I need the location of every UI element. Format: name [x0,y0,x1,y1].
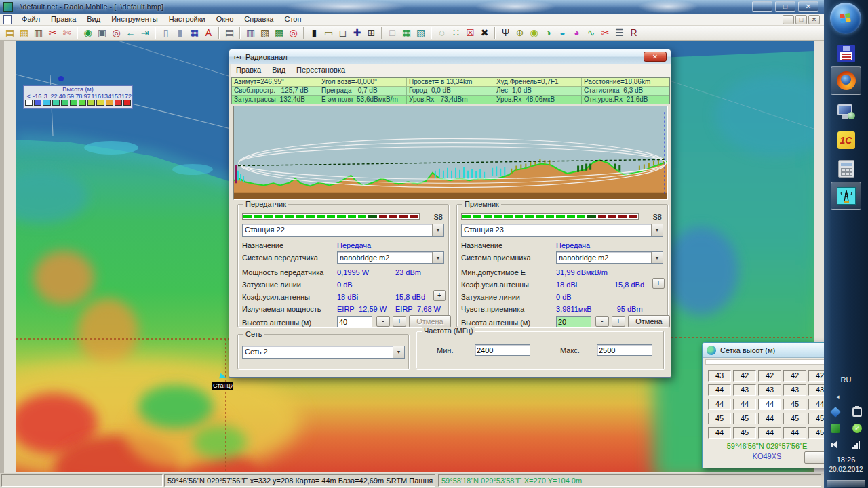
taskbar-item-1c[interactable]: 1С [831,126,861,155]
toolbar-coverage-area-icon[interactable]: ◉ [527,26,541,39]
toolbar-print-icon[interactable]: ▤ [222,26,237,39]
toolbar-edit-picture-icon[interactable]: ▩ [272,26,286,39]
volume-icon[interactable] [831,440,840,449]
toolbar-save-picture-icon[interactable]: ▦ [187,26,201,39]
close-button[interactable]: ✕ [798,1,818,12]
toolbar-close-x-icon[interactable]: ✖ [477,26,492,39]
clipboard-tray-icon[interactable] [852,407,862,417]
taskbar-item-calculator[interactable] [831,155,861,183]
toolbar-find-unit-icon[interactable]: ◎ [109,26,123,39]
tx-antenna-height-input[interactable] [337,316,372,327]
toolbar-delete-unit-icon[interactable]: ✄ [60,26,74,39]
title-bar[interactable]: ..\default.net - Radio Mobile - [..\defa… [0,0,824,14]
toolbar-rsce-tool-icon[interactable]: R [627,26,641,39]
mdi-restore-button[interactable]: □ [795,15,807,24]
rx-height-plus-button[interactable]: + [612,316,625,327]
dialog-close-button[interactable]: ✕ [644,52,667,62]
menu-item-5[interactable]: Настройки [163,14,211,26]
dialog-menu-item-1[interactable]: Правка [231,64,267,77]
toolbar-copy-icon[interactable]: ▥ [243,26,258,39]
menu-item-8[interactable]: Стоп [279,14,307,26]
taskbar-item-remote-desktop[interactable] [831,98,861,126]
tx-cancel-button[interactable]: Отмена [409,315,451,327]
toolbar-visual-coverage-icon[interactable]: ◕ [570,26,584,39]
toolbar-new-network-icon[interactable]: ▤ [3,26,17,39]
toolbar-fit-window-icon[interactable]: ⊞ [364,26,378,39]
tx-height-plus-button[interactable]: + [393,316,406,327]
rx-antenna-plus-button[interactable]: + [652,278,665,289]
toolbar-white-background-icon[interactable]: □ [385,26,399,39]
toolbar-font-style-icon[interactable]: A [201,26,216,39]
transmitter-system-combo[interactable]: nanobridge m2 ▼ [337,251,444,264]
toolbar-radio-link-icon[interactable]: Ψ [498,26,513,39]
menu-item-7[interactable]: Справка [239,14,279,26]
chevron-down-icon[interactable]: ▼ [432,252,443,263]
taskbar-date[interactable]: 20.02.2012 [824,466,868,473]
network-signal-icon[interactable] [852,440,862,449]
green-app-tray-icon[interactable] [831,424,840,433]
toolbar-cut-link-icon[interactable]: ✂ [45,26,60,39]
toolbar-prev-view-icon[interactable]: ← [123,26,138,39]
dialog-menu-item-3[interactable]: Перестановка [291,64,351,77]
toolbar-move-picture-icon[interactable]: ✚ [350,26,364,39]
toolbar-route-cut-icon[interactable]: ✂ [598,26,612,39]
toolbar-coverage-plot-icon[interactable]: ⊕ [513,26,527,39]
mdi-document-icon[interactable] [3,15,12,24]
menu-item-6[interactable]: Окно [211,14,239,26]
toolbar-center-target-icon[interactable]: ◎ [286,26,300,39]
dialog-menu-item-2[interactable]: Вид [267,64,291,77]
toolbar-flood-fill-icon[interactable]: ◒ [555,26,570,39]
freq-min-input[interactable] [475,344,530,356]
toolbar-selection-grid-icon[interactable]: ◌ [435,26,449,39]
toolbar-next-view-icon[interactable]: ⇥ [138,26,152,39]
taskbar-clock[interactable]: 18:26 [824,455,868,464]
mdi-minimize-button[interactable]: – [783,15,794,24]
language-indicator[interactable]: RU [824,375,868,384]
rx-cancel-button[interactable]: Отмена [628,315,670,327]
taskbar-item-radio-mobile[interactable] [831,182,861,210]
toolbar-signal-chart-icon[interactable]: ∿ [584,26,598,39]
taskbar-item-floppy[interactable] [831,39,861,68]
menu-item-2[interactable]: Правка [45,14,81,26]
maximize-button[interactable]: □ [775,1,795,12]
chevron-down-icon[interactable]: ▼ [651,224,663,236]
start-button[interactable] [830,3,861,34]
taskbar-item-firefox[interactable] [831,66,861,95]
tray-expand-icon[interactable]: ◂ [836,393,840,400]
network-combo[interactable]: Сеть 2 ▼ [242,346,405,359]
freq-max-input[interactable] [597,344,652,356]
dialog-title-bar[interactable]: T+T Радиоканал ✕ [229,49,671,64]
receiver-station-combo[interactable]: Станция 23 ▼ [461,224,663,237]
tx-height-minus-button[interactable]: - [376,316,390,327]
transmitter-station-combo[interactable]: Станция 22 ▼ [242,224,444,237]
toolbar-elevation-colors-icon[interactable]: ▦ [399,26,414,39]
toolbar-open-picture-icon[interactable]: ▮ [173,26,187,39]
show-desktop-button[interactable] [827,480,865,487]
chevron-down-icon[interactable]: ▼ [393,346,404,358]
skype-tray-icon[interactable]: ✓ [852,424,862,433]
toolbar-camera-view-icon[interactable]: ▣ [95,26,109,39]
receiver-system-combo[interactable]: nanobridge m2 ▼ [556,251,663,264]
toolbar-select-area-icon[interactable]: ◻ [336,26,350,39]
chevron-down-icon[interactable]: ▼ [432,224,443,236]
toolbar-world-map-icon[interactable]: ◉ [81,26,95,39]
dropbox-tray-icon[interactable] [830,407,841,418]
toolbar-land-cover-icon[interactable]: ▧ [414,26,428,39]
grid-window-title-bar[interactable]: Сетка высот (м) [703,343,835,358]
menu-item-1[interactable]: Файл [16,14,45,26]
menu-item-4[interactable]: Инструменты [106,14,163,26]
rx-height-minus-button[interactable]: - [595,316,609,327]
toolbar-delete-object-icon[interactable]: ☒ [463,26,477,39]
toolbar-network-properties-icon[interactable]: ▥ [31,26,45,39]
toolbar-contrast-bar-icon[interactable]: ▮ [307,26,321,39]
toolbar-interference-icon[interactable]: ☰ [612,26,627,39]
chevron-down-icon[interactable]: ▼ [651,252,663,263]
toolbar-paste-icon[interactable]: ▧ [258,26,272,39]
toolbar-open-network-icon[interactable]: ▨ [17,26,31,39]
toolbar-polar-coverage-icon[interactable]: ◑ [541,26,555,39]
toolbar-ruler-icon[interactable]: ▭ [321,26,336,39]
minimize-button[interactable]: – [752,1,772,12]
rx-antenna-height-input[interactable] [556,316,591,327]
menu-item-3[interactable]: Вид [81,14,106,26]
tx-antenna-plus-button[interactable]: + [433,290,446,301]
